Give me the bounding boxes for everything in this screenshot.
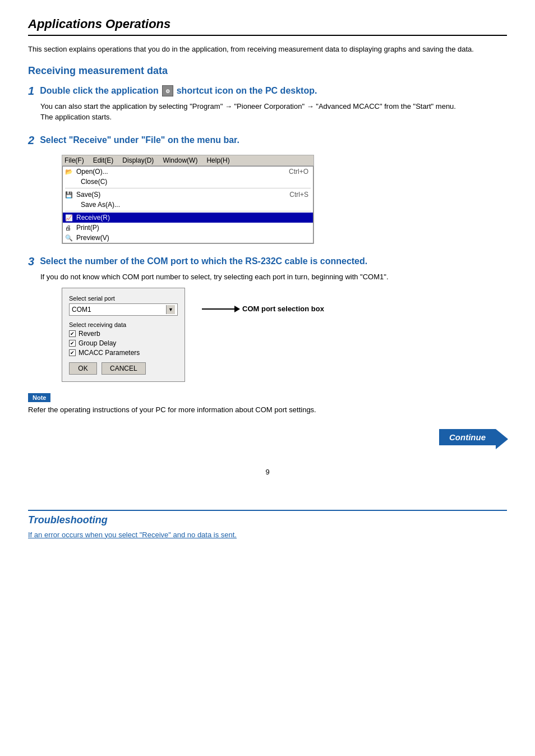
menu-close-label: Close(C)	[76, 178, 107, 186]
dialog-buttons: OK CANCEL	[69, 362, 178, 375]
receive-icon	[65, 214, 74, 223]
com-port-select[interactable]: COM1 ▼	[69, 303, 178, 316]
com-port-value: COM1	[72, 306, 166, 314]
troubleshooting-section: Troubleshooting If an error occurs when …	[28, 510, 507, 539]
menu-item-close[interactable]: Close(C)	[63, 177, 313, 187]
continue-arrow-icon	[496, 429, 508, 449]
menu-preview-label: Preview(V)	[76, 234, 109, 242]
menu-item-save-as[interactable]: Save As(A)...	[63, 200, 313, 210]
intro-text: This section explains operations that yo…	[28, 44, 507, 55]
select-port-label: Select serial port	[69, 295, 178, 302]
troubleshooting-title: Troubleshooting	[28, 514, 507, 526]
menu-item-print[interactable]: Print(P)	[63, 223, 313, 233]
checkbox-group-delay[interactable]: ✔ Group Delay	[69, 339, 178, 347]
continue-container: Continue	[28, 429, 496, 445]
step-1-body: You can also start the application by se…	[40, 101, 507, 123]
reverb-checkbox[interactable]: ✔	[69, 330, 76, 337]
note-text: Refer the operating instructions of your…	[28, 404, 507, 416]
menu-item-open[interactable]: Open(O)... Ctrl+O	[63, 167, 313, 177]
step-1-title-text: Double click the application	[40, 86, 159, 96]
step-3-body-line1: If you do not know which COM port number…	[40, 271, 507, 283]
menu-open-shortcut: Ctrl+O	[289, 168, 308, 176]
step-3-body: If you do not know which COM port number…	[40, 271, 507, 283]
com-port-arrow-area: COM port selection box	[202, 288, 324, 313]
menu-items: Open(O)... Ctrl+O Close(C) Save(S) Ctrl+…	[62, 166, 313, 243]
reverb-label: Reverb	[79, 330, 100, 338]
step-3-number: 3	[28, 255, 34, 268]
arrowhead-icon	[234, 306, 240, 312]
section-heading: Receiving measurement data	[28, 65, 507, 77]
menu-file[interactable]: File(F)	[64, 156, 84, 164]
menu-save-label: Save(S)	[76, 191, 100, 199]
dialog-container: Select serial port COM1 ▼ Select receivi…	[62, 288, 507, 382]
cancel-button[interactable]: CANCEL	[102, 362, 146, 375]
note-box: Note Refer the operating instructions of…	[28, 393, 507, 416]
step-1-title-rest: shortcut icon on the PC desktop.	[177, 86, 317, 96]
step-3: 3 Select the number of the COM port to w…	[28, 255, 507, 382]
step-2-title: 2 Select "Receive" under "File" on the m…	[28, 134, 507, 147]
ok-button[interactable]: OK	[69, 362, 97, 375]
print-icon	[65, 224, 74, 233]
menu-edit[interactable]: Edit(E)	[93, 156, 114, 164]
step-1-body-line2: The application starts.	[40, 112, 507, 123]
app-shortcut-icon: ⚙	[162, 85, 173, 96]
continue-wrapper: Continue	[439, 429, 496, 445]
group-delay-label: Group Delay	[79, 339, 116, 347]
continue-button[interactable]: Continue	[439, 429, 496, 445]
note-label: Note	[28, 393, 50, 402]
step-3-title: 3 Select the number of the COM port to w…	[28, 255, 507, 268]
step-2: 2 Select "Receive" under "File" on the m…	[28, 134, 507, 244]
dialog-box: Select serial port COM1 ▼ Select receivi…	[62, 288, 185, 382]
mcacc-label: MCACC Parameters	[79, 349, 140, 357]
step-1-title: 1 Double click the application ⚙ shortcu…	[28, 85, 507, 98]
mcacc-checkbox[interactable]: ✔	[69, 349, 76, 356]
menu-print-label: Print(P)	[76, 224, 99, 232]
menu-help[interactable]: Help(H)	[206, 156, 229, 164]
page-title: Applications Operations	[28, 17, 507, 36]
step-3-title-text: Select the number of the COM port to whi…	[40, 256, 367, 266]
menu-item-preview[interactable]: Preview(V)	[63, 233, 313, 243]
menu-bar: File(F) Edit(E) Display(D) Window(W) Hel…	[62, 155, 313, 166]
step-1-number: 1	[28, 85, 34, 98]
select-data-label: Select receiving data	[69, 321, 178, 328]
arrow-line	[202, 308, 236, 310]
menu-screenshot: File(F) Edit(E) Display(D) Window(W) Hel…	[62, 155, 314, 244]
menu-open-label: Open(O)...	[76, 168, 108, 176]
step-2-title-text: Select "Receive" under "File" on the men…	[40, 135, 239, 145]
preview-icon	[65, 234, 74, 243]
menu-save-shortcut: Ctrl+S	[289, 191, 308, 199]
open-icon	[65, 168, 74, 177]
menu-separator-1	[65, 188, 311, 188]
menu-item-receive[interactable]: Receive(R)	[63, 213, 313, 223]
step-1: 1 Double click the application ⚙ shortcu…	[28, 85, 507, 123]
troubleshooting-link[interactable]: If an error occurs when you select "Rece…	[28, 531, 237, 539]
checkbox-group: ✔ Reverb ✔ Group Delay ✔ MCACC Parameter…	[69, 330, 178, 357]
menu-item-save[interactable]: Save(S) Ctrl+S	[63, 190, 313, 200]
checkbox-mcacc[interactable]: ✔ MCACC Parameters	[69, 349, 178, 357]
menu-window[interactable]: Window(W)	[163, 156, 197, 164]
checkbox-reverb[interactable]: ✔ Reverb	[69, 330, 178, 338]
continue-label: Continue	[449, 432, 486, 442]
page-number: 9	[28, 468, 507, 476]
menu-receive-label: Receive(R)	[76, 214, 110, 222]
menu-separator-2	[65, 211, 311, 211]
save-icon	[65, 191, 74, 200]
step-1-body-line1: You can also start the application by se…	[40, 101, 507, 112]
menu-display[interactable]: Display(D)	[122, 156, 154, 164]
arrow-container: COM port selection box	[202, 305, 324, 313]
menu-save-as-label: Save As(A)...	[76, 201, 120, 209]
dropdown-arrow-icon[interactable]: ▼	[166, 305, 175, 314]
com-port-box-label: COM port selection box	[242, 305, 324, 313]
group-delay-checkbox[interactable]: ✔	[69, 340, 76, 347]
step-2-number: 2	[28, 134, 34, 147]
